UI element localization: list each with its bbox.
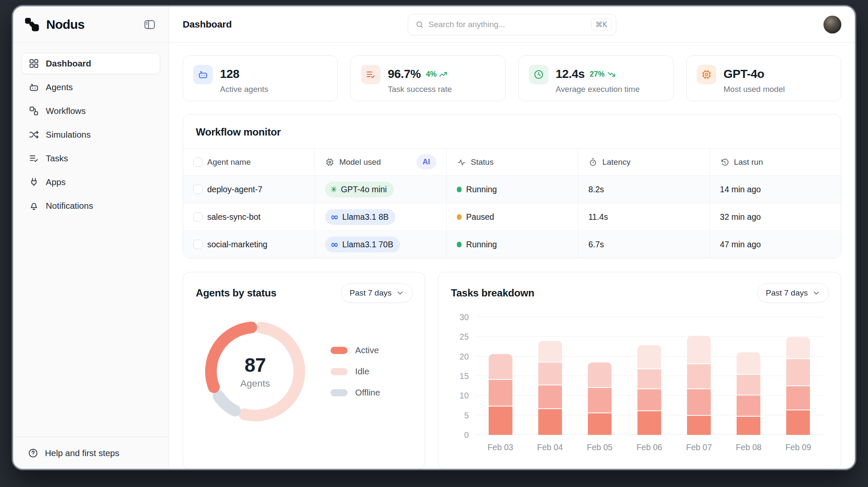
stopwatch-icon bbox=[588, 158, 598, 167]
bar-segment bbox=[538, 362, 562, 385]
legend-item-idle: Idle bbox=[331, 366, 380, 376]
sidebar-toggle-icon[interactable] bbox=[142, 17, 158, 33]
stat-delta: 4% bbox=[426, 70, 448, 79]
last-run-value: 47 min ago bbox=[709, 231, 841, 258]
tasks-breakdown-card: Tasks breakdown Past 7 days 051015202530… bbox=[438, 272, 841, 469]
help-link[interactable]: Help and first steps bbox=[13, 437, 169, 469]
bar-segment bbox=[538, 341, 562, 362]
x-axis-label: Feb 03 bbox=[476, 443, 525, 452]
agents-by-status-card: Agents by status Past 7 days 87 bbox=[183, 272, 425, 469]
select-all-checkbox[interactable] bbox=[193, 158, 203, 167]
x-axis-label: Feb 09 bbox=[773, 443, 823, 452]
sidebar-item-apps[interactable]: Apps bbox=[22, 172, 160, 193]
stat-value: 128 bbox=[220, 67, 239, 81]
chevron-down-icon bbox=[396, 289, 404, 297]
sidebar-item-dashboard[interactable]: Dashboard bbox=[22, 53, 160, 74]
last-run-value: 14 min ago bbox=[709, 176, 841, 203]
sidebar-item-agents[interactable]: Agents bbox=[22, 77, 160, 98]
latency-value: 6.7s bbox=[578, 231, 709, 258]
list-check-icon bbox=[28, 153, 39, 164]
history-icon bbox=[720, 158, 729, 167]
bar-segment bbox=[687, 416, 711, 435]
bell-icon bbox=[28, 200, 39, 211]
search-box[interactable]: ⌘K bbox=[408, 14, 616, 35]
bar-segment bbox=[637, 369, 661, 388]
table-row[interactable]: social-marketing ∞Llama3.1 70B Running 6… bbox=[183, 230, 841, 258]
model-badge: ✳GPT-4o mini bbox=[325, 182, 393, 197]
latency-value: 11.4s bbox=[578, 203, 709, 230]
search-input[interactable] bbox=[428, 20, 587, 29]
y-axis-tick: 10 bbox=[450, 391, 469, 401]
agent-name: sales-sync-bot bbox=[207, 212, 261, 222]
stat-value: 96.7% bbox=[388, 67, 421, 81]
bar-segment bbox=[737, 396, 760, 416]
status-label: Paused bbox=[466, 212, 494, 222]
legend-item-active: Active bbox=[331, 345, 380, 355]
shuffle-icon bbox=[28, 129, 39, 140]
activity-icon bbox=[457, 158, 466, 167]
brand-name: Nodus bbox=[46, 17, 142, 32]
main-area: Dashboard ⌘K 128 bbox=[169, 6, 855, 469]
stat-label: Average execution time bbox=[556, 85, 640, 94]
row-checkbox[interactable] bbox=[193, 240, 203, 249]
stat-card-most-used-model: GPT-4o Most used model bbox=[686, 55, 841, 101]
y-axis-tick: 25 bbox=[450, 332, 469, 342]
bar-segment bbox=[538, 385, 562, 408]
stat-delta: 27% bbox=[590, 70, 616, 79]
legend-swatch bbox=[331, 347, 348, 354]
status-label: Running bbox=[466, 185, 497, 194]
donut-center-value: 87 bbox=[245, 354, 266, 376]
workflow-monitor-card: Workflow monitor Agent name Model used A… bbox=[183, 114, 841, 258]
bar-segment bbox=[637, 389, 661, 410]
bar-segment bbox=[786, 386, 810, 410]
sidebar-item-notifications[interactable]: Notifications bbox=[22, 195, 160, 216]
y-axis-tick: 30 bbox=[450, 313, 469, 322]
openai-logo-icon: ✳ bbox=[330, 185, 337, 194]
y-axis-tick: 15 bbox=[450, 371, 469, 381]
range-dropdown[interactable]: Past 7 days bbox=[341, 283, 413, 303]
stat-value: GPT-4o bbox=[723, 67, 764, 81]
stat-card-success-rate: 96.7% 4% Task success rate bbox=[351, 55, 506, 101]
gridline bbox=[476, 336, 823, 337]
bar-segment bbox=[786, 359, 810, 385]
table-header: Agent name Model used AI Status bbox=[183, 148, 841, 175]
sidebar-item-workflows[interactable]: Workflows bbox=[22, 100, 160, 122]
row-checkbox[interactable] bbox=[193, 212, 203, 221]
status-dot bbox=[457, 242, 462, 247]
row-checkbox[interactable] bbox=[193, 185, 203, 194]
bar-segment bbox=[637, 411, 661, 435]
list-check-icon bbox=[361, 65, 381, 84]
sidebar-item-label: Workflows bbox=[46, 106, 86, 116]
bottom-cards: Agents by status Past 7 days 87 bbox=[183, 272, 841, 469]
workflow-monitor-title: Workflow monitor bbox=[183, 114, 841, 148]
y-axis-tick: 5 bbox=[450, 411, 469, 421]
sidebar-item-label: Apps bbox=[46, 177, 66, 187]
status-label: Running bbox=[466, 240, 497, 249]
status-dot bbox=[457, 187, 462, 192]
clock-icon bbox=[529, 65, 548, 84]
column-header-agent-name: Agent name bbox=[183, 148, 314, 175]
table-row[interactable]: deploy-agent-7 ✳GPT-4o mini Running 8.2s… bbox=[183, 175, 841, 203]
bar-segment bbox=[489, 407, 512, 435]
x-axis-label: Feb 05 bbox=[575, 443, 624, 452]
range-dropdown[interactable]: Past 7 days bbox=[757, 283, 829, 303]
robot-icon bbox=[28, 82, 39, 93]
screen: Nodus Dashboard Agents Workflows bbox=[0, 0, 868, 487]
trend-up-icon bbox=[439, 70, 448, 79]
stat-card-execution-time: 12.4s 27% Average execution time bbox=[518, 55, 673, 101]
robot-icon bbox=[193, 65, 213, 84]
x-axis-label: Feb 08 bbox=[724, 443, 773, 452]
bar-segment bbox=[489, 354, 512, 379]
bar-segment bbox=[588, 362, 612, 387]
table-row[interactable]: sales-sync-bot ∞Llama3.1 8B Paused 11.4s… bbox=[183, 203, 841, 230]
plug-icon bbox=[28, 177, 39, 188]
bar-segment bbox=[637, 345, 661, 369]
sidebar-item-tasks[interactable]: Tasks bbox=[22, 148, 160, 169]
bar-segment bbox=[687, 336, 711, 363]
avatar[interactable] bbox=[823, 16, 841, 33]
stat-value: 12.4s bbox=[556, 67, 585, 81]
stat-label: Active agents bbox=[220, 85, 268, 94]
sidebar-item-simulations[interactable]: Simulations bbox=[22, 124, 160, 145]
model-badge: ∞Llama3.1 8B bbox=[325, 209, 395, 225]
model-badge: ∞Llama3.1 70B bbox=[325, 237, 400, 252]
